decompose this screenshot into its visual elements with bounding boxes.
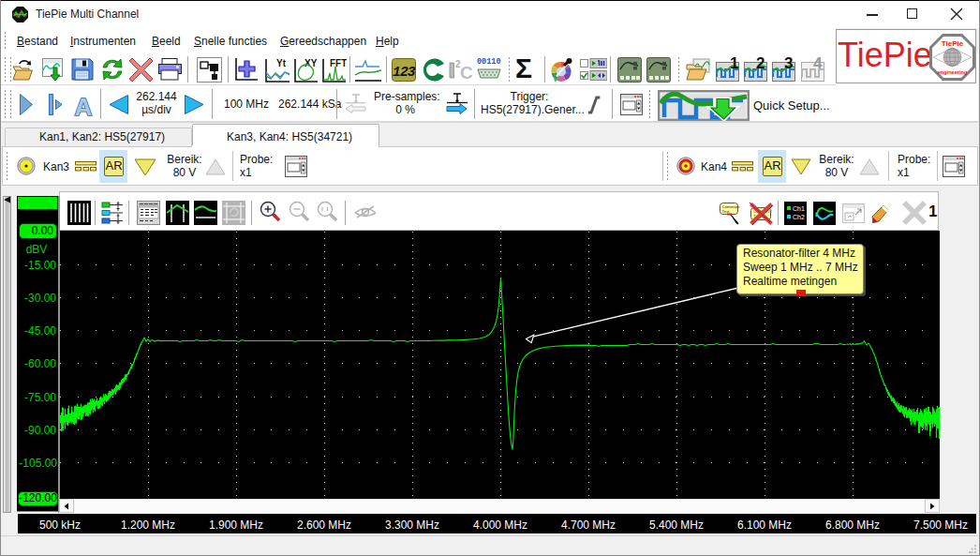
svg-text:A: A — [75, 93, 93, 117]
svg-text:Text: Text — [722, 209, 731, 214]
svg-text:TiePie: TiePie — [942, 39, 964, 48]
svg-text:2: 2 — [756, 56, 765, 72]
svg-text:Ch2: Ch2 — [793, 214, 805, 220]
svg-text:FFT: FFT — [330, 58, 347, 68]
svg-text:123: 123 — [393, 65, 416, 80]
svg-text:Yt: Yt — [276, 58, 287, 68]
svg-text:Ch1: Ch1 — [793, 205, 805, 212]
svg-text:3: 3 — [784, 56, 793, 72]
svg-text:C: C — [460, 63, 473, 83]
svg-text:1: 1 — [730, 56, 738, 72]
svg-text:4: 4 — [813, 56, 823, 72]
svg-text:00110: 00110 — [477, 57, 501, 67]
svg-text:engineering: engineering — [938, 69, 968, 75]
